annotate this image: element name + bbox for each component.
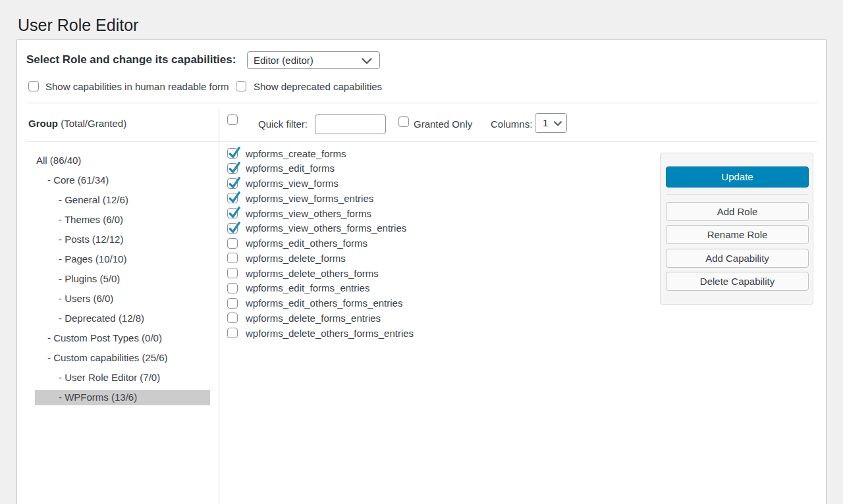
capability-label[interactable]: wpforms_view_others_forms — [246, 207, 371, 222]
tree-item-users[interactable]: - Users (6/0) — [35, 289, 210, 309]
select-all-checkbox[interactable] — [227, 114, 238, 125]
role-select-value: Editor (editor) — [254, 55, 313, 66]
actions-sidebar: Update Add RoleRename RoleAdd Capability… — [660, 153, 813, 305]
quick-filter-input[interactable] — [315, 114, 386, 134]
human-readable-checkbox[interactable] — [28, 81, 39, 91]
tree-item-pages[interactable]: - Pages (10/10) — [35, 249, 210, 269]
group-header-title: Group — [28, 118, 58, 129]
divider-toolbar — [27, 141, 817, 142]
tree-item-label: - User Role Editor (7/0) — [59, 372, 160, 383]
tree-item-themes[interactable]: - Themes (6/0) — [35, 210, 210, 230]
group-header-suffix: (Total/Granted) — [58, 118, 126, 129]
add-capability-button[interactable]: Add Capability — [666, 249, 809, 268]
tree-item-general[interactable]: - General (12/6) — [35, 190, 210, 210]
role-select[interactable]: Editor (editor) — [247, 51, 380, 69]
select-role-heading: Select Role and change its capabilities: — [26, 51, 236, 68]
tree-item-core[interactable]: - Core (61/34) — [35, 170, 210, 190]
show-deprecated-label[interactable]: Show deprecated capabilities — [254, 81, 382, 92]
capability-label[interactable]: wpforms_edit_forms_entries — [246, 281, 369, 296]
actions-divider — [666, 194, 808, 195]
show-deprecated-checkbox[interactable] — [236, 81, 246, 91]
capability-label[interactable]: wpforms_delete_forms — [246, 251, 346, 266]
capability-checkbox-wpforms_view_forms[interactable] — [227, 178, 238, 189]
quick-filter-label: Quick filter: — [258, 119, 308, 130]
capability-label[interactable]: wpforms_delete_others_forms_entries — [246, 326, 414, 341]
update-button[interactable]: Update — [666, 166, 809, 188]
tree-item-label: - Deprecated (12/8) — [59, 313, 144, 324]
tree-item-label: - Custom capabilities (25/6) — [47, 352, 168, 363]
capability-label[interactable]: wpforms_view_others_forms_entries — [246, 221, 406, 236]
tree-item-deprecated[interactable]: - Deprecated (12/8) — [35, 309, 210, 328]
capability-label[interactable]: wpforms_edit_others_forms_entries — [246, 296, 402, 311]
capability-label[interactable]: wpforms_edit_others_forms — [246, 236, 367, 251]
capability-checkbox-wpforms_view_others_forms_entries[interactable] — [227, 223, 238, 234]
page-title: User Role Editor — [18, 17, 138, 34]
tree-item-label: All (86/40) — [36, 155, 81, 166]
capability-checkbox-wpforms_edit_forms[interactable] — [227, 163, 238, 174]
tree-item-label: - Core (61/34) — [47, 174, 109, 186]
tree-item-label: - Users (6/0) — [59, 293, 113, 304]
tree-item-label: - WPForms (13/6) — [59, 391, 137, 403]
granted-only-label[interactable]: Granted Only — [414, 119, 472, 130]
chevron-down-icon — [554, 121, 562, 126]
tree-item-label: - Themes (6/0) — [59, 214, 123, 225]
capability-checkbox-wpforms_edit_forms_entries[interactable] — [227, 283, 238, 293]
tree-item-plugins[interactable]: - Plugins (5/0) — [35, 269, 210, 289]
tree-item-label: - General (12/6) — [59, 194, 128, 205]
columns-label: Columns: — [491, 119, 532, 130]
delete-capability-button[interactable]: Delete Capability — [666, 272, 809, 291]
capability-checkbox-wpforms_delete_others_forms_entries[interactable] — [227, 328, 238, 338]
tree-item-label: - Custom Post Types (0/0) — [47, 332, 162, 343]
column-divider — [219, 108, 219, 504]
granted-only-checkbox[interactable] — [398, 116, 409, 127]
capability-checkbox-wpforms_delete_others_forms[interactable] — [227, 268, 238, 278]
tree-item-all[interactable]: All (86/40) — [35, 151, 210, 170]
capability-label[interactable]: wpforms_view_forms — [246, 176, 339, 191]
capability-checkbox-wpforms_edit_others_forms_entries[interactable] — [227, 298, 238, 309]
capability-label[interactable]: wpforms_view_forms_entries — [246, 191, 373, 207]
tree-item-posts[interactable]: - Posts (12/12) — [35, 230, 210, 249]
columns-select[interactable]: 1 — [535, 113, 567, 133]
tree-item-custom[interactable]: - Custom capabilities (25/6) — [35, 348, 210, 368]
capability-checkbox-wpforms_delete_forms_entries[interactable] — [227, 313, 238, 323]
capability-checkbox-wpforms_edit_others_forms[interactable] — [227, 238, 238, 249]
capability-checkbox-wpforms_create_forms[interactable] — [227, 148, 238, 159]
tree-item-custom[interactable]: - Custom Post Types (0/0) — [35, 328, 210, 348]
capability-label[interactable]: wpforms_delete_forms_entries — [246, 311, 381, 326]
tree-item-label: - Plugins (5/0) — [59, 273, 120, 284]
columns-select-value: 1 — [543, 117, 548, 128]
rename-role-button[interactable]: Rename Role — [666, 225, 809, 244]
divider-top — [27, 103, 817, 103]
capability-checkbox-wpforms_view_forms_entries[interactable] — [227, 193, 238, 203]
tree-item-user[interactable]: - User Role Editor (7/0) — [35, 368, 210, 388]
add-role-button[interactable]: Add Role — [666, 202, 809, 221]
human-readable-label[interactable]: Show capabilities in human readable form — [45, 81, 229, 92]
tree-item-label: - Posts (12/12) — [59, 234, 123, 245]
groups-tree: All (86/40)- Core (61/34)- General (12/6… — [35, 151, 210, 407]
tree-item-wpforms[interactable]: - WPForms (13/6) — [35, 388, 210, 407]
capability-label[interactable]: wpforms_edit_forms — [246, 161, 335, 176]
capability-checkbox-wpforms_delete_forms[interactable] — [227, 253, 238, 263]
capability-label[interactable]: wpforms_delete_others_forms — [246, 266, 379, 282]
group-header: Group (Total/Granted) — [28, 117, 126, 130]
chevron-down-icon — [362, 58, 372, 64]
tree-item-label: - Pages (10/10) — [59, 253, 126, 265]
capability-checkbox-wpforms_view_others_forms[interactable] — [227, 208, 238, 218]
capability-label[interactable]: wpforms_create_forms — [246, 147, 346, 162]
user-role-editor-panel: Select Role and change its capabilities:… — [16, 39, 827, 504]
